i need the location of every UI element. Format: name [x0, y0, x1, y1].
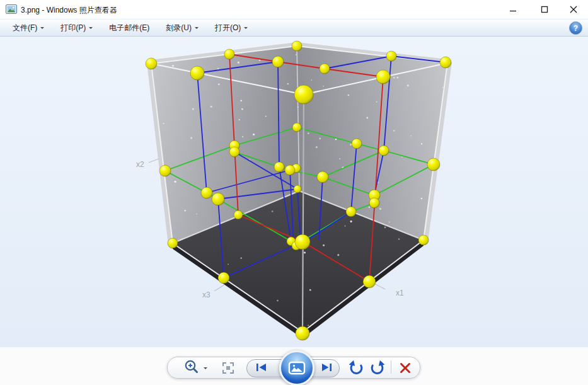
- fit-to-window-icon: [221, 361, 235, 375]
- sphere: [292, 41, 302, 51]
- sphere: [292, 123, 301, 132]
- photo-image: x1x2x3: [0, 37, 588, 347]
- sphere: [317, 171, 328, 183]
- menu-item-label: 文件(F): [13, 23, 37, 33]
- sphere: [346, 207, 356, 217]
- photo-display-area: x1x2x3: [0, 37, 588, 347]
- toolbar-divider: [391, 360, 391, 374]
- menu-item-label: 打印(P): [61, 23, 86, 33]
- menu-item-email[interactable]: 电子邮件(E): [105, 21, 153, 35]
- sphere: [294, 185, 301, 193]
- delete-button[interactable]: [397, 360, 413, 376]
- next-button[interactable]: [318, 361, 335, 374]
- zoom-dropdown-caret[interactable]: [202, 364, 209, 372]
- sphere: [296, 326, 309, 340]
- sphere: [418, 235, 429, 245]
- sphere: [363, 275, 376, 288]
- dropdown-caret-icon: [204, 367, 207, 371]
- sphere: [224, 49, 234, 59]
- maximize-icon: [541, 6, 548, 13]
- sphere: [294, 85, 313, 104]
- sphere: [386, 51, 396, 61]
- sphere: [201, 187, 212, 198]
- sphere: [379, 146, 389, 156]
- sphere: [352, 139, 362, 149]
- actual-size-button[interactable]: [221, 360, 236, 376]
- sphere: [320, 64, 330, 74]
- previous-button[interactable]: [253, 361, 270, 374]
- photo-viewer-window: 3.png - Windows 照片查看器 文件(F) 打印(P) 电子邮件(E…: [0, 0, 588, 385]
- menu-item-print[interactable]: 打印(P): [57, 21, 96, 35]
- sphere: [285, 165, 295, 175]
- menu-item-label: 电子邮件(E): [109, 23, 149, 33]
- sphere: [229, 147, 239, 157]
- sphere: [146, 58, 157, 69]
- menu-item-file[interactable]: 文件(F): [9, 21, 48, 35]
- slideshow-icon: [288, 361, 306, 375]
- help-button[interactable]: ?: [569, 21, 582, 35]
- minimize-button[interactable]: [502, 3, 524, 16]
- sphere: [190, 66, 204, 80]
- axis-label-x3: x3: [202, 290, 210, 299]
- sphere: [427, 158, 440, 171]
- zoom-button[interactable]: [182, 359, 201, 376]
- title-bar: 3.png - Windows 照片查看器: [0, 0, 588, 19]
- sphere: [159, 165, 171, 176]
- axis-label-x2: x2: [136, 160, 144, 169]
- menu-item-open[interactable]: 打开(O): [211, 21, 251, 35]
- axis-label-x1: x1: [396, 289, 404, 297]
- next-icon: [319, 362, 334, 373]
- rotate-counterclockwise-icon: [348, 360, 364, 376]
- app-icon: [6, 4, 17, 14]
- close-icon: [570, 6, 577, 13]
- previous-icon: [254, 362, 269, 373]
- dropdown-caret-icon: [40, 27, 44, 31]
- sphere: [274, 162, 284, 172]
- magnifier-plus-icon: [183, 359, 200, 376]
- dropdown-caret-icon: [244, 27, 248, 31]
- sphere: [234, 210, 243, 219]
- minimize-icon: [509, 6, 517, 13]
- help-icon: ?: [574, 24, 578, 33]
- menu-item-label: 打开(O): [215, 23, 241, 33]
- menu-bar: 文件(F) 打印(P) 电子邮件(E) 刻录(U) 打开(O) ?: [0, 19, 588, 37]
- menu-item-label: 刻录(U): [166, 23, 192, 33]
- sphere: [168, 238, 178, 248]
- sphere: [218, 272, 229, 284]
- menu-item-burn[interactable]: 刻录(U): [162, 21, 202, 35]
- sphere: [212, 193, 224, 205]
- close-button[interactable]: [563, 3, 584, 16]
- window-title: 3.png - Windows 照片查看器: [21, 5, 117, 16]
- rotate-ccw-button[interactable]: [347, 359, 365, 377]
- rotate-clockwise-icon: [369, 360, 386, 376]
- slideshow-button[interactable]: [279, 350, 314, 385]
- sphere: [376, 70, 390, 84]
- dropdown-caret-icon: [89, 27, 93, 31]
- delete-x-icon: [398, 361, 412, 375]
- sphere: [369, 198, 379, 208]
- sphere: [440, 57, 451, 68]
- maximize-button[interactable]: [534, 3, 555, 16]
- dropdown-caret-icon: [195, 27, 199, 31]
- sphere: [295, 234, 310, 250]
- rotate-cw-button[interactable]: [369, 359, 386, 377]
- sphere: [272, 56, 284, 67]
